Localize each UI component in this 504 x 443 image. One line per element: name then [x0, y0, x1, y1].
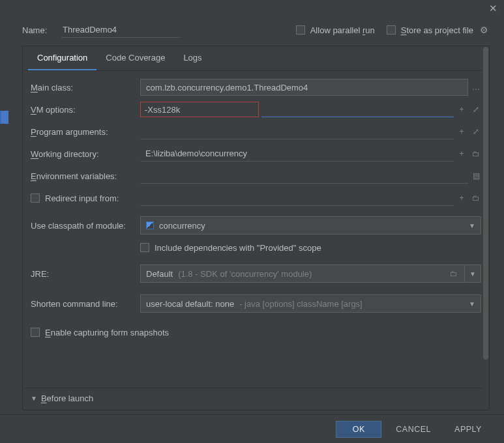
cancel-button[interactable]: CANCEL	[387, 421, 440, 438]
chevron-down-icon: ▼	[31, 395, 37, 402]
include-provided-checkbox[interactable]: Include dependencies with "Provided" sco…	[140, 243, 321, 253]
chevron-down-icon: ▼	[469, 270, 476, 278]
env-vars-input[interactable]	[140, 168, 468, 184]
checkbox-icon	[140, 243, 149, 252]
working-dir-label: Working directory:	[31, 147, 140, 162]
scrollbar[interactable]	[482, 46, 489, 410]
tab-configuration[interactable]: Configuration	[28, 46, 96, 70]
scrollbar-thumb[interactable]	[483, 47, 488, 360]
chevron-down-icon: ▼	[469, 300, 475, 307]
apply-button[interactable]: APPLY	[445, 421, 491, 438]
checkbox-icon[interactable]	[31, 193, 40, 203]
vm-options-input[interactable]	[140, 102, 259, 117]
folder-icon[interactable]: 🗀	[471, 149, 481, 158]
plus-icon[interactable]: +	[456, 149, 467, 158]
ok-button[interactable]: OK	[336, 421, 381, 438]
expand-icon[interactable]: ⤢	[471, 127, 481, 136]
shorten-label: Shorten command line:	[31, 296, 140, 311]
jre-select[interactable]: Default (1.8 - SDK of 'concurrency' modu…	[140, 264, 464, 283]
name-input[interactable]	[61, 22, 180, 38]
redirect-input-field[interactable]	[140, 190, 454, 206]
tab-code-coverage[interactable]: Code Coverage	[96, 46, 174, 70]
program-args-input[interactable]	[140, 124, 454, 139]
redirect-input-label: Redirect input from:	[31, 191, 140, 206]
checkbox-icon	[296, 25, 305, 35]
vm-options-extra[interactable]	[261, 102, 454, 117]
jre-dropdown-button[interactable]: ▼	[464, 264, 481, 283]
main-class-input[interactable]	[140, 79, 468, 96]
expand-icon[interactable]: ⤢	[471, 105, 481, 114]
classpath-label: Use classpath of module:	[31, 218, 140, 233]
main-class-label: Main class:	[31, 80, 140, 95]
folder-icon[interactable]: 🗀	[449, 269, 459, 278]
enable-snapshots-checkbox[interactable]: Enable capturing form snapshots	[31, 328, 169, 337]
list-icon[interactable]: ▤	[471, 171, 481, 180]
plus-icon[interactable]: +	[456, 193, 467, 203]
name-label: Name:	[22, 25, 61, 35]
store-as-project-file-checkbox[interactable]: Store as project file	[387, 25, 473, 35]
plus-icon[interactable]: +	[456, 105, 467, 114]
folder-icon[interactable]: 🗀	[471, 193, 481, 203]
chevron-down-icon: ▼	[469, 222, 475, 229]
env-vars-label: Environment variables:	[31, 169, 140, 184]
separator	[23, 70, 489, 71]
checkbox-icon	[31, 328, 40, 337]
classpath-select[interactable]: concurrency ▼	[140, 216, 481, 235]
plus-icon[interactable]: +	[456, 127, 467, 136]
browse-icon[interactable]: …	[471, 83, 481, 92]
shorten-select[interactable]: user-local default: none - java [options…	[140, 294, 481, 313]
tab-logs[interactable]: Logs	[174, 46, 211, 70]
vm-options-label: VM options:	[31, 102, 140, 117]
program-args-label: Program arguments:	[31, 124, 140, 139]
working-dir-input[interactable]	[140, 146, 454, 162]
jre-label: JRE:	[31, 266, 140, 281]
before-launch-section[interactable]: ▼ Before launch	[23, 388, 489, 410]
gear-icon[interactable]: ⚙	[480, 25, 488, 35]
close-icon[interactable]: ✕	[489, 3, 497, 14]
module-icon	[146, 222, 154, 229]
checkbox-icon	[387, 25, 396, 35]
allow-parallel-run-checkbox[interactable]: Allow parallel run	[296, 25, 375, 35]
left-accent	[0, 111, 8, 124]
